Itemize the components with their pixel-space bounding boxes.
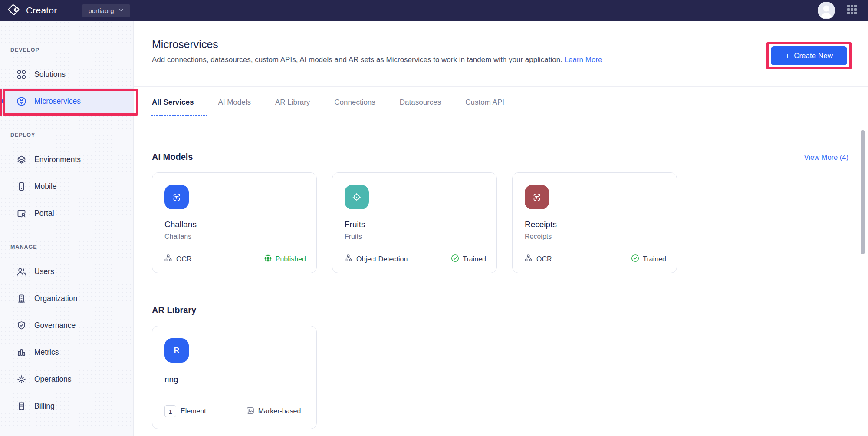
user-avatar[interactable] xyxy=(818,2,835,19)
tab-connections[interactable]: Connections xyxy=(334,98,375,116)
sidebar-item-solutions[interactable]: Solutions xyxy=(0,61,133,88)
page-description: Add connections, datasources, custom API… xyxy=(152,56,868,64)
page-title: Microservices xyxy=(152,38,868,51)
model-type-sitemap-icon xyxy=(164,254,172,264)
sidebar-item-environments[interactable]: Environments xyxy=(0,146,133,173)
learn-more-link[interactable]: Learn More xyxy=(565,56,602,64)
sidebar-item-portal[interactable]: Portal xyxy=(0,200,133,227)
sidebar-item-mobile[interactable]: Mobile xyxy=(0,173,133,200)
section-label-manage: MANAGE xyxy=(10,244,133,250)
published-globe-icon xyxy=(264,254,272,264)
element-count-badge: 1 xyxy=(164,405,176,417)
status-text: Trained xyxy=(643,255,666,263)
model-type: OCR xyxy=(536,255,552,263)
sidebar-item-label: Environments xyxy=(34,155,81,164)
tracking-type: Marker-based xyxy=(258,407,301,415)
model-type-sitemap-icon xyxy=(525,254,532,264)
status-text: Published xyxy=(276,255,306,263)
tab-ai-models[interactable]: AI Models xyxy=(218,98,251,116)
sidebar-item-label: Organization xyxy=(34,294,77,303)
sidebar-item-label: Microservices xyxy=(34,97,81,106)
model-type: OCR xyxy=(176,255,192,263)
org-selector[interactable]: portiaorg xyxy=(82,4,130,17)
environments-icon xyxy=(16,155,26,165)
organization-icon xyxy=(16,294,26,304)
ai-model-card-fruits[interactable]: Fruits Fruits Object Detection xyxy=(332,172,497,273)
sidebar: DEVELOP Solutions Microservices xyxy=(0,21,134,436)
mobile-icon xyxy=(16,182,26,192)
object-detection-icon xyxy=(345,185,369,209)
topbar: Creator portiaorg xyxy=(0,0,868,21)
users-icon xyxy=(16,267,26,277)
sidebar-item-label: Metrics xyxy=(34,348,59,357)
sidebar-item-users[interactable]: Users xyxy=(0,258,133,285)
card-title: ring xyxy=(164,375,304,384)
card-title: Challans xyxy=(164,220,304,229)
sidebar-item-label: Governance xyxy=(34,321,76,330)
page-header: Microservices Add connections, datasourc… xyxy=(134,21,868,87)
tab-custom-api[interactable]: Custom API xyxy=(465,98,504,116)
ai-model-card-challans[interactable]: Challans Challans OCR xyxy=(152,172,317,273)
ocr-scan-icon xyxy=(525,185,549,209)
card-title: Receipts xyxy=(525,220,664,229)
model-type-sitemap-icon xyxy=(345,254,352,264)
ai-models-cards: Challans Challans OCR xyxy=(152,172,868,273)
card-description: Receipts xyxy=(525,233,664,241)
plus-icon: + xyxy=(785,51,790,61)
element-label: Element xyxy=(181,407,206,415)
sidebar-item-microservices[interactable]: Microservices xyxy=(0,88,133,115)
card-description: Challans xyxy=(164,233,304,241)
vertical-scrollbar-thumb[interactable] xyxy=(861,130,865,254)
governance-shield-icon xyxy=(16,320,26,330)
status-text: Trained xyxy=(463,255,486,263)
operations-gear-icon xyxy=(16,374,26,384)
ar-library-cards: R ring 1 Element Marker-based xyxy=(152,326,868,429)
sidebar-item-label: Billing xyxy=(34,402,55,411)
app-grid-icon[interactable] xyxy=(847,4,857,17)
product-name: Creator xyxy=(26,5,57,16)
section-label-develop: DEVELOP xyxy=(10,47,133,53)
sidebar-item-organization[interactable]: Organization xyxy=(0,285,133,312)
microservices-icon xyxy=(16,96,26,106)
trained-check-icon xyxy=(451,254,459,264)
sidebar-item-label: Solutions xyxy=(34,70,66,79)
annotation-strip-left-edge xyxy=(0,89,2,116)
tab-all-services[interactable]: All Services xyxy=(152,98,194,116)
sidebar-item-billing[interactable]: Billing xyxy=(0,393,133,419)
sidebar-item-label: Portal xyxy=(34,209,54,218)
metrics-bars-icon xyxy=(16,347,26,357)
sidebar-item-label: Users xyxy=(34,267,54,276)
model-type: Object Detection xyxy=(356,255,408,263)
marker-image-icon xyxy=(246,406,254,416)
main-content: Microservices Add connections, datasourc… xyxy=(134,21,868,436)
view-more-link[interactable]: View More (4) xyxy=(804,153,848,162)
card-title: Fruits xyxy=(345,220,484,229)
portal-icon xyxy=(16,208,26,218)
ocr-scan-icon xyxy=(164,185,189,209)
sidebar-item-metrics[interactable]: Metrics xyxy=(0,339,133,366)
sidebar-item-operations[interactable]: Operations xyxy=(0,366,133,393)
ar-library-section-title: AR Library xyxy=(152,305,196,315)
card-description: Fruits xyxy=(345,233,484,241)
billing-receipt-icon xyxy=(16,401,26,411)
ar-card-ring[interactable]: R ring 1 Element Marker-based xyxy=(152,326,317,429)
org-name: portiaorg xyxy=(88,7,114,14)
chevron-down-icon xyxy=(118,7,124,14)
trained-check-icon xyxy=(631,254,639,264)
sidebar-item-label: Operations xyxy=(34,375,72,384)
ar-set-initial-icon: R xyxy=(164,338,189,363)
sidebar-item-label: Mobile xyxy=(34,182,57,191)
tab-ar-library[interactable]: AR Library xyxy=(275,98,310,116)
create-new-button[interactable]: + Create New xyxy=(771,46,847,65)
services-tabs: All Services AI Models AR Library Connec… xyxy=(134,87,868,116)
ai-model-card-receipts[interactable]: Receipts Receipts OCR xyxy=(512,172,677,273)
sidebar-item-governance[interactable]: Governance xyxy=(0,312,133,339)
ai-models-section-title: AI Models xyxy=(152,152,193,162)
section-label-deploy: DEPLOY xyxy=(10,132,133,138)
tab-datasources[interactable]: Datasources xyxy=(400,98,441,116)
creator-logo-icon xyxy=(7,3,20,18)
solutions-icon xyxy=(16,69,26,79)
